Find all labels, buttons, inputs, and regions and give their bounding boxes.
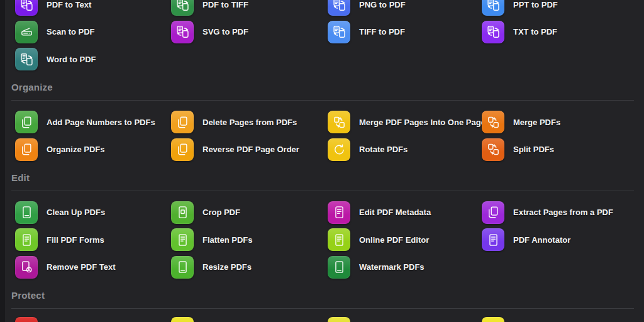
tool-label: Crop PDF xyxy=(203,208,240,217)
tool-label: Watermark PDFs xyxy=(359,262,425,272)
tool-label: Remove PDF Text xyxy=(47,262,116,272)
flatten-pdfs-icon xyxy=(171,228,194,251)
word-to-pdf-icon xyxy=(15,48,38,70)
crop-pdf-icon xyxy=(171,201,194,224)
scan-to-pdf-icon xyxy=(15,21,38,43)
tool-label: SVG to PDF xyxy=(203,27,248,36)
tool-protect-tool-3[interactable] xyxy=(328,317,482,322)
tool-svg-to-pdf[interactable]: SVG to PDF xyxy=(171,21,328,43)
section-protect: Protect xyxy=(11,290,634,322)
tool-merge-pdf-pages-into-one-page[interactable]: Merge PDF Pages Into One Page xyxy=(328,111,482,133)
tool-label: Reverse PDF Page Order xyxy=(203,145,299,154)
protect-tool-4-icon xyxy=(482,317,504,322)
tool-split-pdfs[interactable]: Split PDFs xyxy=(482,138,634,161)
pdf-to-tiff-icon xyxy=(171,0,194,16)
tool-watermark-pdfs[interactable]: Watermark PDFs xyxy=(328,256,482,279)
tool-label: Online PDF Editor xyxy=(359,235,429,245)
tool-label: TIFF to PDF xyxy=(359,27,405,36)
section-divider xyxy=(11,100,634,101)
remove-pdf-text-icon xyxy=(15,256,38,279)
section-title-organize: Organize xyxy=(11,82,634,93)
organize-pdfs-icon xyxy=(15,138,38,161)
tool-label: Merge PDF Pages Into One Page xyxy=(359,118,486,127)
protect-tool-1-icon xyxy=(15,317,38,322)
tool-label: PDF to TIFF xyxy=(203,0,248,9)
tool-label: Fill PDF Forms xyxy=(47,235,104,245)
tool-clean-up-pdfs[interactable]: Clean Up PDFs xyxy=(15,201,171,224)
tool-label: PNG to PDF xyxy=(359,0,406,9)
add-page-numbers-to-pdfs-icon xyxy=(15,111,38,133)
tool-label: Delete Pages from PDFs xyxy=(203,118,297,127)
tool-label: Add Page Numbers to PDFs xyxy=(47,118,155,127)
tool-tiff-to-pdf[interactable]: TIFF to PDF xyxy=(328,21,482,43)
tool-delete-pages-from-pdfs[interactable]: Delete Pages from PDFs xyxy=(171,111,328,133)
tool-label: Scan to PDF xyxy=(47,27,95,36)
tool-rotate-pdfs[interactable]: Rotate PDFs xyxy=(328,138,482,161)
tool-png-to-pdf[interactable]: PNG to PDF xyxy=(328,0,482,16)
section-edit: Edit Clean Up PDFsCrop PDFEdit PDF Metad… xyxy=(11,172,634,279)
tool-label: Word to PDF xyxy=(47,55,96,64)
protect-grid xyxy=(15,317,634,322)
tool-online-pdf-editor[interactable]: Online PDF Editor xyxy=(328,228,482,251)
extract-pages-from-a-pdf-icon xyxy=(482,201,504,224)
tool-reverse-pdf-page-order[interactable]: Reverse PDF Page Order xyxy=(171,138,328,161)
tool-merge-pdfs[interactable]: Merge PDFs xyxy=(482,111,634,133)
tool-organize-pdfs[interactable]: Organize PDFs xyxy=(15,138,171,161)
tool-label: Split PDFs xyxy=(513,145,554,154)
tool-pdf-to-tiff[interactable]: PDF to TIFF xyxy=(171,0,328,16)
tool-label: Flatten PDFs xyxy=(203,235,252,245)
tool-label: PPT to PDF xyxy=(513,0,558,9)
tool-word-to-pdf[interactable]: Word to PDF xyxy=(15,48,171,70)
convert-grid: PDF to TextPDF to TIFFPNG to PDFPPT to P… xyxy=(15,0,634,70)
pdf-tools-page: PDF to TextPDF to TIFFPNG to PDFPPT to P… xyxy=(0,0,644,322)
tool-protect-tool-2[interactable] xyxy=(171,317,328,322)
tool-label: PDF to Text xyxy=(47,0,91,9)
png-to-pdf-icon xyxy=(328,0,350,16)
tool-scan-to-pdf[interactable]: Scan to PDF xyxy=(15,21,171,43)
tool-remove-pdf-text[interactable]: Remove PDF Text xyxy=(15,256,171,279)
tool-label: TXT to PDF xyxy=(513,27,557,36)
tool-label: PDF Annotator xyxy=(513,235,570,245)
organize-grid: Add Page Numbers to PDFsDelete Pages fro… xyxy=(15,111,634,161)
edit-pdf-metadata-icon xyxy=(328,201,350,224)
tool-txt-to-pdf[interactable]: TXT to PDF xyxy=(482,21,634,43)
tiff-to-pdf-icon xyxy=(328,21,350,43)
section-divider xyxy=(11,191,634,191)
txt-to-pdf-icon xyxy=(482,21,504,43)
tool-edit-pdf-metadata[interactable]: Edit PDF Metadata xyxy=(328,201,482,224)
clean-up-pdfs-icon xyxy=(15,201,38,224)
tool-label: Rotate PDFs xyxy=(359,145,408,154)
tool-resize-pdfs[interactable]: Resize PDFs xyxy=(171,256,328,279)
tool-crop-pdf[interactable]: Crop PDF xyxy=(171,201,328,224)
tool-label: Extract Pages from a PDF xyxy=(513,208,613,217)
tool-flatten-pdfs[interactable]: Flatten PDFs xyxy=(171,228,328,251)
tool-fill-pdf-forms[interactable]: Fill PDF Forms xyxy=(15,228,171,251)
fill-pdf-forms-icon xyxy=(15,228,38,251)
delete-pages-from-pdfs-icon xyxy=(171,111,194,133)
tool-pdf-annotator[interactable]: PDF Annotator xyxy=(482,228,634,251)
tool-extract-pages-from-a-pdf[interactable]: Extract Pages from a PDF xyxy=(482,201,634,224)
tool-protect-tool-4[interactable] xyxy=(482,317,634,322)
section-title-edit: Edit xyxy=(11,172,634,184)
tool-protect-tool-1[interactable] xyxy=(15,317,171,322)
tool-ppt-to-pdf[interactable]: PPT to PDF xyxy=(482,0,634,16)
tool-label: Organize PDFs xyxy=(47,145,104,154)
split-pdfs-icon xyxy=(482,138,504,161)
section-organize: Organize Add Page Numbers to PDFsDelete … xyxy=(11,82,634,161)
watermark-pdfs-icon xyxy=(328,256,350,279)
protect-tool-2-icon xyxy=(171,317,194,322)
pdf-to-text-icon xyxy=(15,0,38,16)
section-title-protect: Protect xyxy=(11,290,634,301)
rotate-pdfs-icon xyxy=(328,138,350,161)
tool-label: Resize PDFs xyxy=(203,262,252,272)
ppt-to-pdf-icon xyxy=(482,0,504,16)
merge-pdfs-icon xyxy=(482,111,504,133)
merge-pdf-pages-into-one-page-icon xyxy=(328,111,350,133)
protect-tool-3-icon xyxy=(328,317,350,322)
tool-pdf-to-text[interactable]: PDF to Text xyxy=(15,0,171,16)
pdf-annotator-icon xyxy=(482,228,504,251)
tool-label: Edit PDF Metadata xyxy=(359,208,431,217)
tool-label: Merge PDFs xyxy=(513,118,560,127)
tool-add-page-numbers-to-pdfs[interactable]: Add Page Numbers to PDFs xyxy=(15,111,171,133)
tool-label: Clean Up PDFs xyxy=(47,208,105,217)
